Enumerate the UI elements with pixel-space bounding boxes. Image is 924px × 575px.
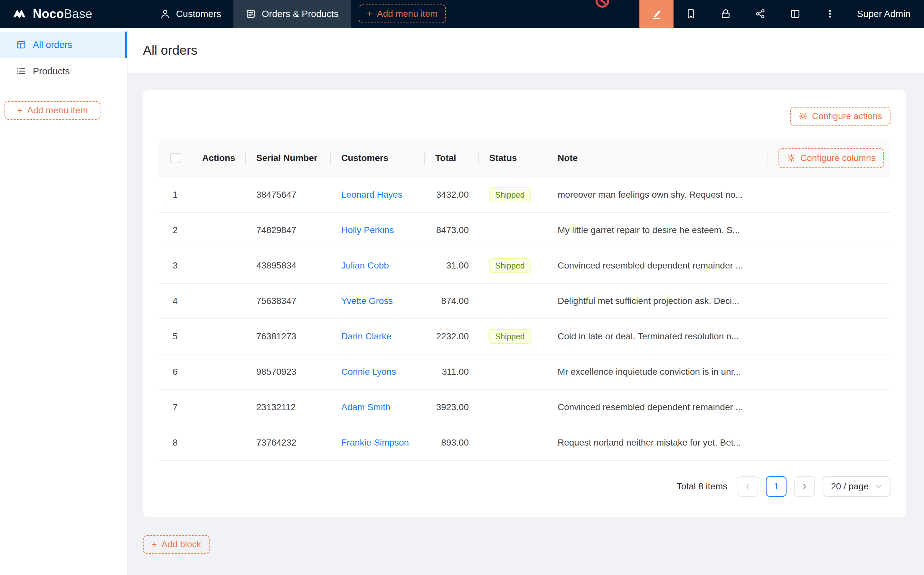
row-index: 6 <box>159 354 192 389</box>
page-title: All orders <box>143 43 197 58</box>
note-cell: moreover man feelings own shy. Request n… <box>547 177 768 213</box>
top-navbar: NocoBase Customers Orders & Products + A… <box>0 0 924 28</box>
not-allowed-cursor-icon <box>595 0 609 8</box>
highlighter-icon <box>651 8 662 19</box>
plus-icon: + <box>367 9 373 19</box>
plus-icon: + <box>17 106 23 115</box>
more-button[interactable] <box>813 0 847 28</box>
layout-icon <box>790 8 801 19</box>
serial-cell: 73764232 <box>246 425 331 461</box>
serial-cell: 76381273 <box>246 319 331 354</box>
customer-link[interactable]: Adam Smith <box>341 402 391 412</box>
lock-button[interactable] <box>708 0 743 28</box>
total-cell: 893.00 <box>425 425 479 461</box>
status-tag: Shipped <box>489 187 530 202</box>
select-all-checkbox[interactable] <box>170 153 180 163</box>
customer-link[interactable]: Connie Lyons <box>341 367 396 377</box>
customer-link[interactable]: Julian Cobb <box>341 260 389 270</box>
nocobase-logo[interactable]: NocoBase <box>0 0 102 28</box>
row-index: 8 <box>159 425 192 461</box>
plus-icon: + <box>151 540 157 549</box>
layout-button[interactable] <box>778 0 813 28</box>
nav-tab-label: Orders & Products <box>262 9 339 19</box>
pagination: Total 8 items 1 <box>159 476 891 497</box>
orders-table-icon <box>16 40 26 50</box>
configure-columns-label: Configure columns <box>800 153 875 163</box>
actions-cell <box>192 389 246 425</box>
add-menu-item-button-navbar[interactable]: + Add menu item <box>359 5 446 23</box>
add-menu-item-button-sidebar[interactable]: + Add menu item <box>5 101 100 120</box>
add-menu-item-label: Add menu item <box>377 9 438 19</box>
user-menu[interactable]: Super Admin <box>847 0 924 28</box>
serial-cell: 98570923 <box>246 354 331 389</box>
chevron-right-icon <box>801 483 808 490</box>
total-cell: 2232.00 <box>425 319 479 354</box>
table-row: 8 73764232 Frankie Simpson 893.00 Reques… <box>159 425 891 461</box>
next-page-button[interactable] <box>794 476 815 497</box>
column-header-actions: Actions <box>192 139 246 177</box>
configure-actions-button[interactable]: Configure actions <box>790 107 891 125</box>
note-cell: Request norland neither mistake for yet.… <box>547 425 768 461</box>
customer-link[interactable]: Frankie Simpson <box>341 438 409 448</box>
api-doc-button[interactable] <box>743 0 778 28</box>
table-header-row: Actions Serial Number Customers Total St… <box>159 139 891 177</box>
add-block-button[interactable]: + Add block <box>143 535 210 554</box>
prev-page-button[interactable] <box>738 476 758 497</box>
table-row: 7 23132112 Adam Smith 3923.00 Convinced … <box>159 389 891 425</box>
table-row: 3 43895834 Julian Cobb 31.00 Shipped Con… <box>159 248 891 283</box>
page-1-button[interactable]: 1 <box>766 476 786 497</box>
table-row: 1 38475647 Leonard Hayes 3432.00 Shipped… <box>159 177 891 213</box>
note-cell: Convinced resembled dependent remainder … <box>547 248 768 283</box>
note-cell: Mr excellence inquietude conviction is i… <box>547 354 768 389</box>
page-size-value: 20 / page <box>831 481 868 492</box>
row-index: 1 <box>159 177 192 213</box>
table-row: 6 98570923 Connie Lyons 311.00 Mr excell… <box>159 354 891 389</box>
gear-icon <box>787 154 796 163</box>
serial-cell: 74829847 <box>246 213 331 248</box>
gear-icon <box>799 112 807 121</box>
orders-table: Actions Serial Number Customers Total St… <box>159 139 891 461</box>
row-index: 7 <box>159 389 192 425</box>
chevron-left-icon <box>745 483 751 490</box>
customer-link[interactable]: Yvette Gross <box>341 296 393 306</box>
total-cell: 8473.00 <box>425 213 479 248</box>
ui-editor-button[interactable] <box>640 0 673 28</box>
serial-cell: 75638347 <box>246 283 331 319</box>
sidebar: All orders Products + Add menu item <box>0 28 127 575</box>
page-header: All orders <box>127 28 924 73</box>
page-size-select[interactable]: 20 / page <box>822 476 891 497</box>
column-header-serial-number: Serial Number <box>246 139 331 177</box>
sidebar-item-label: All orders <box>33 40 73 50</box>
orders-table-block: Configure actions Actions Serial Number <box>143 90 906 517</box>
user-icon <box>160 9 170 19</box>
nav-tab-label: Customers <box>176 9 221 19</box>
page-content: Configure actions Actions Serial Number <box>127 73 924 575</box>
row-index: 4 <box>159 283 192 319</box>
row-index: 2 <box>159 213 192 248</box>
sidebar-item-all-orders[interactable]: All orders <box>0 32 127 58</box>
share-icon <box>755 8 766 19</box>
table-actions-row: Configure actions <box>159 107 891 125</box>
logo-text: NocoBase <box>33 7 92 21</box>
add-block-label: Add block <box>162 539 201 550</box>
column-header-customers: Customers <box>331 139 425 177</box>
mobile-icon <box>686 8 696 19</box>
serial-cell: 43895834 <box>246 248 331 283</box>
pagination-total: Total 8 items <box>677 481 727 492</box>
nav-tab-customers[interactable]: Customers <box>148 0 233 28</box>
configure-columns-button[interactable]: Configure columns <box>778 148 884 168</box>
table-row: 5 76381273 Darin Clarke 2232.00 Shipped … <box>159 319 891 354</box>
nocobase-logo-icon <box>11 6 27 22</box>
customer-link[interactable]: Darin Clarke <box>341 331 392 341</box>
customer-link[interactable]: Holly Perkins <box>341 225 394 235</box>
note-cell: Convinced resembled dependent remainder … <box>547 389 768 425</box>
total-cell: 31.00 <box>425 248 479 283</box>
sidebar-item-label: Products <box>33 66 70 76</box>
note-cell: Cold in late or deal. Terminated resolut… <box>547 319 768 354</box>
nav-tab-orders-products[interactable]: Orders & Products <box>233 0 351 28</box>
actions-cell <box>192 354 246 389</box>
customer-link[interactable]: Leonard Hayes <box>341 190 402 200</box>
mobile-preview-button[interactable] <box>673 0 708 28</box>
configure-actions-label: Configure actions <box>812 111 882 121</box>
sidebar-item-products[interactable]: Products <box>0 58 127 84</box>
